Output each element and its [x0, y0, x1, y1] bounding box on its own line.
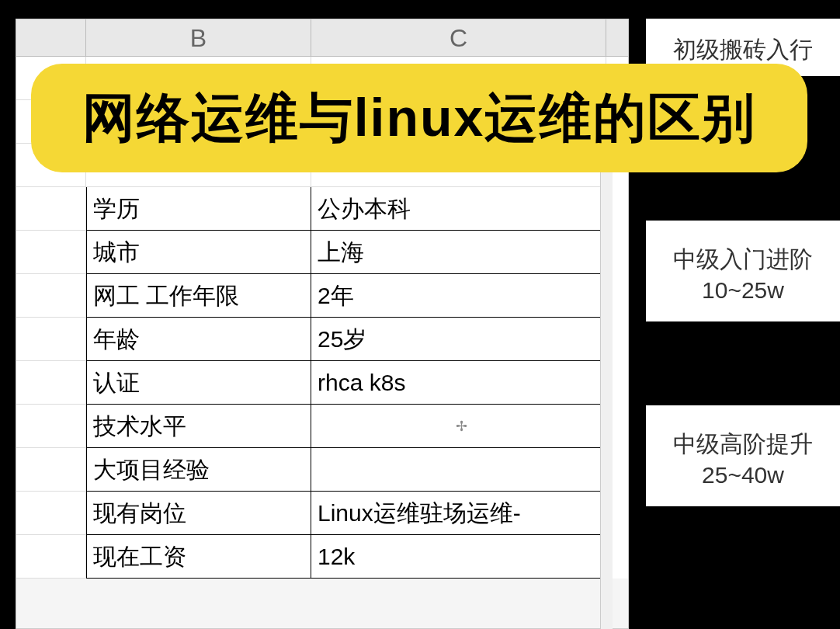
card-title: 中级高阶提升	[654, 429, 832, 460]
cell-label[interactable]: 网工 工作年限	[86, 274, 311, 318]
row-header[interactable]	[16, 318, 86, 361]
title-banner: 网络运维与linux运维的区别	[31, 64, 807, 172]
level-card-intermediate: 中级入门进阶 10~25w	[646, 221, 840, 321]
row-header[interactable]	[16, 535, 86, 579]
table-row: 网工 工作年限 2年	[16, 274, 628, 318]
row-header[interactable]	[16, 274, 86, 318]
row-header[interactable]	[16, 187, 86, 231]
table-row: 城市 上海	[16, 231, 628, 274]
table-row: 现有岗位 Linux运维驻场运维-	[16, 492, 628, 535]
cell-value[interactable]: Linux运维驻场运维-	[311, 492, 606, 535]
cell-value[interactable]	[311, 448, 606, 492]
level-card-advanced: 中级高阶提升 25~40w	[646, 405, 840, 506]
cell-label[interactable]: 现在工资	[86, 535, 311, 579]
column-header-row: B C	[16, 19, 628, 57]
cell-value[interactable]: 12k	[311, 535, 606, 579]
cell-value[interactable]: 2年	[311, 274, 606, 318]
table-row: 大项目经验	[16, 448, 628, 492]
cell-label[interactable]: 技术水平	[86, 405, 311, 448]
table-row: 认证 rhca k8s	[16, 361, 628, 405]
col-header-a[interactable]	[16, 19, 86, 56]
row-header[interactable]	[16, 405, 86, 448]
col-header-c[interactable]: C	[311, 19, 606, 56]
page-title: 网络运维与linux运维的区别	[82, 83, 757, 154]
cell-value[interactable]: 25岁	[311, 318, 606, 361]
row-header[interactable]	[16, 361, 86, 405]
cell-value[interactable]: 公办本科	[311, 187, 606, 231]
cell-value-active[interactable]: ✢	[311, 405, 606, 448]
cell-value[interactable]: rhca k8s	[311, 361, 606, 405]
row-header[interactable]	[16, 492, 86, 535]
col-header-b[interactable]: B	[86, 19, 311, 56]
table-row: 技术水平 ✢	[16, 405, 628, 448]
cell-label[interactable]: 现有岗位	[86, 492, 311, 535]
card-range: 25~40w	[654, 460, 832, 491]
table-row: 年龄 25岁	[16, 318, 628, 361]
card-title: 中级入门进阶	[654, 244, 832, 275]
cell-label[interactable]: 年龄	[86, 318, 311, 361]
table-row: 现在工资 12k	[16, 535, 628, 579]
row-header[interactable]	[16, 231, 86, 274]
cell-value[interactable]: 上海	[311, 231, 606, 274]
table-row: 学历 公办本科	[16, 187, 628, 231]
card-title: 初级搬砖入行	[654, 34, 832, 65]
cell-label[interactable]: 城市	[86, 231, 311, 274]
cell-label[interactable]: 认证	[86, 361, 311, 405]
cell-label[interactable]: 大项目经验	[86, 448, 311, 492]
row-header[interactable]	[16, 448, 86, 492]
card-range: 10~25w	[654, 275, 832, 306]
cell-label[interactable]: 学历	[86, 187, 311, 231]
